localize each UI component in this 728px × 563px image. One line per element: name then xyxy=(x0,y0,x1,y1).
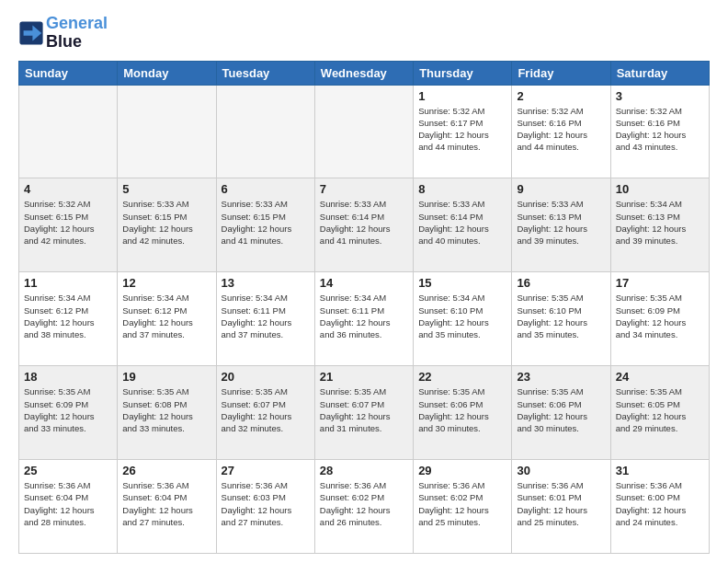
day-info: Sunrise: 5:35 AM Sunset: 6:06 PM Dayligh… xyxy=(418,385,506,434)
calendar-cell: 29Sunrise: 5:36 AM Sunset: 6:02 PM Dayli… xyxy=(414,460,512,554)
logo: General Blue xyxy=(18,15,108,52)
day-header-tuesday: Tuesday xyxy=(216,61,314,85)
calendar-week-row: 4Sunrise: 5:32 AM Sunset: 6:15 PM Daylig… xyxy=(19,178,710,272)
day-number: 2 xyxy=(517,89,605,103)
calendar-cell: 8Sunrise: 5:33 AM Sunset: 6:14 PM Daylig… xyxy=(414,178,512,272)
day-info: Sunrise: 5:33 AM Sunset: 6:15 PM Dayligh… xyxy=(222,198,310,247)
day-header-wednesday: Wednesday xyxy=(314,61,413,85)
day-number: 29 xyxy=(418,464,506,477)
calendar-cell: 18Sunrise: 5:35 AM Sunset: 6:09 PM Dayli… xyxy=(19,366,118,460)
calendar-cell: 3Sunrise: 5:32 AM Sunset: 6:16 PM Daylig… xyxy=(610,85,709,178)
day-info: Sunrise: 5:34 AM Sunset: 6:11 PM Dayligh… xyxy=(320,292,408,340)
calendar-week-row: 25Sunrise: 5:36 AM Sunset: 6:04 PM Dayli… xyxy=(19,460,710,554)
day-number: 1 xyxy=(418,89,506,103)
day-number: 27 xyxy=(222,464,310,477)
logo-text: General Blue xyxy=(46,15,108,52)
calendar-cell: 20Sunrise: 5:35 AM Sunset: 6:07 PM Dayli… xyxy=(216,366,314,460)
calendar-week-row: 11Sunrise: 5:34 AM Sunset: 6:12 PM Dayli… xyxy=(19,272,710,366)
day-header-monday: Monday xyxy=(118,61,216,85)
day-number: 13 xyxy=(222,276,310,290)
day-info: Sunrise: 5:32 AM Sunset: 6:16 PM Dayligh… xyxy=(616,105,704,154)
day-number: 5 xyxy=(122,182,210,196)
day-number: 12 xyxy=(122,276,210,290)
day-number: 25 xyxy=(24,464,112,477)
calendar-cell: 24Sunrise: 5:35 AM Sunset: 6:05 PM Dayli… xyxy=(610,366,709,460)
day-info: Sunrise: 5:35 AM Sunset: 6:08 PM Dayligh… xyxy=(122,385,210,434)
day-info: Sunrise: 5:36 AM Sunset: 6:03 PM Dayligh… xyxy=(222,479,310,528)
calendar-cell: 22Sunrise: 5:35 AM Sunset: 6:06 PM Dayli… xyxy=(414,366,512,460)
day-info: Sunrise: 5:34 AM Sunset: 6:10 PM Dayligh… xyxy=(418,292,506,340)
day-info: Sunrise: 5:35 AM Sunset: 6:05 PM Dayligh… xyxy=(616,385,704,434)
day-info: Sunrise: 5:36 AM Sunset: 6:01 PM Dayligh… xyxy=(517,479,605,528)
day-number: 11 xyxy=(24,276,112,290)
calendar-cell: 15Sunrise: 5:34 AM Sunset: 6:10 PM Dayli… xyxy=(414,272,512,366)
calendar-cell: 6Sunrise: 5:33 AM Sunset: 6:15 PM Daylig… xyxy=(216,178,314,272)
calendar-cell: 30Sunrise: 5:36 AM Sunset: 6:01 PM Dayli… xyxy=(512,460,610,554)
day-info: Sunrise: 5:34 AM Sunset: 6:13 PM Dayligh… xyxy=(616,198,704,247)
day-number: 22 xyxy=(418,370,506,384)
day-number: 23 xyxy=(517,370,605,384)
calendar-cell: 14Sunrise: 5:34 AM Sunset: 6:11 PM Dayli… xyxy=(314,272,413,366)
day-info: Sunrise: 5:36 AM Sunset: 6:00 PM Dayligh… xyxy=(616,479,704,528)
day-number: 3 xyxy=(616,89,704,103)
day-number: 8 xyxy=(418,182,506,196)
calendar-cell: 19Sunrise: 5:35 AM Sunset: 6:08 PM Dayli… xyxy=(118,366,216,460)
calendar-cell xyxy=(19,85,118,178)
day-number: 31 xyxy=(616,464,704,477)
day-number: 21 xyxy=(320,370,408,384)
day-info: Sunrise: 5:33 AM Sunset: 6:14 PM Dayligh… xyxy=(418,198,506,247)
calendar-cell: 7Sunrise: 5:33 AM Sunset: 6:14 PM Daylig… xyxy=(314,178,413,272)
day-number: 14 xyxy=(320,276,408,290)
calendar-cell: 23Sunrise: 5:35 AM Sunset: 6:06 PM Dayli… xyxy=(512,366,610,460)
calendar-cell: 5Sunrise: 5:33 AM Sunset: 6:15 PM Daylig… xyxy=(118,178,216,272)
day-info: Sunrise: 5:33 AM Sunset: 6:14 PM Dayligh… xyxy=(320,198,408,247)
day-info: Sunrise: 5:36 AM Sunset: 6:04 PM Dayligh… xyxy=(122,479,210,528)
day-info: Sunrise: 5:32 AM Sunset: 6:17 PM Dayligh… xyxy=(418,105,506,154)
calendar-cell: 11Sunrise: 5:34 AM Sunset: 6:12 PM Dayli… xyxy=(19,272,118,366)
calendar-cell: 28Sunrise: 5:36 AM Sunset: 6:02 PM Dayli… xyxy=(314,460,413,554)
calendar-cell xyxy=(118,85,216,178)
day-number: 4 xyxy=(24,182,112,196)
calendar-cell: 1Sunrise: 5:32 AM Sunset: 6:17 PM Daylig… xyxy=(414,85,512,178)
day-number: 28 xyxy=(320,464,408,477)
calendar-cell: 9Sunrise: 5:33 AM Sunset: 6:13 PM Daylig… xyxy=(512,178,610,272)
calendar-cell: 17Sunrise: 5:35 AM Sunset: 6:09 PM Dayli… xyxy=(610,272,709,366)
calendar-cell: 27Sunrise: 5:36 AM Sunset: 6:03 PM Dayli… xyxy=(216,460,314,554)
day-info: Sunrise: 5:35 AM Sunset: 6:10 PM Dayligh… xyxy=(517,292,605,340)
day-info: Sunrise: 5:34 AM Sunset: 6:12 PM Dayligh… xyxy=(122,292,210,340)
day-info: Sunrise: 5:34 AM Sunset: 6:12 PM Dayligh… xyxy=(24,292,112,340)
calendar-cell: 16Sunrise: 5:35 AM Sunset: 6:10 PM Dayli… xyxy=(512,272,610,366)
calendar-cell: 13Sunrise: 5:34 AM Sunset: 6:11 PM Dayli… xyxy=(216,272,314,366)
day-header-sunday: Sunday xyxy=(19,61,118,85)
day-header-saturday: Saturday xyxy=(610,61,709,85)
day-header-thursday: Thursday xyxy=(414,61,512,85)
calendar-week-row: 18Sunrise: 5:35 AM Sunset: 6:09 PM Dayli… xyxy=(19,366,710,460)
page: General Blue SundayMondayTuesdayWednesda… xyxy=(0,0,728,563)
day-number: 20 xyxy=(222,370,310,384)
day-number: 19 xyxy=(122,370,210,384)
calendar-cell xyxy=(314,85,413,178)
day-number: 24 xyxy=(616,370,704,384)
day-number: 30 xyxy=(517,464,605,477)
calendar-cell: 2Sunrise: 5:32 AM Sunset: 6:16 PM Daylig… xyxy=(512,85,610,178)
day-info: Sunrise: 5:33 AM Sunset: 6:15 PM Dayligh… xyxy=(122,198,210,247)
day-info: Sunrise: 5:35 AM Sunset: 6:07 PM Dayligh… xyxy=(222,385,310,434)
day-number: 15 xyxy=(418,276,506,290)
day-info: Sunrise: 5:36 AM Sunset: 6:02 PM Dayligh… xyxy=(320,479,408,528)
day-info: Sunrise: 5:32 AM Sunset: 6:16 PM Dayligh… xyxy=(517,105,605,154)
logo-icon xyxy=(18,20,44,46)
day-info: Sunrise: 5:35 AM Sunset: 6:09 PM Dayligh… xyxy=(616,292,704,340)
calendar-cell: 4Sunrise: 5:32 AM Sunset: 6:15 PM Daylig… xyxy=(19,178,118,272)
day-info: Sunrise: 5:36 AM Sunset: 6:02 PM Dayligh… xyxy=(418,479,506,528)
calendar-cell xyxy=(216,85,314,178)
day-number: 10 xyxy=(616,182,704,196)
day-info: Sunrise: 5:36 AM Sunset: 6:04 PM Dayligh… xyxy=(24,479,112,528)
day-info: Sunrise: 5:32 AM Sunset: 6:15 PM Dayligh… xyxy=(24,198,112,247)
day-number: 16 xyxy=(517,276,605,290)
calendar-week-row: 1Sunrise: 5:32 AM Sunset: 6:17 PM Daylig… xyxy=(19,85,710,178)
calendar-table: SundayMondayTuesdayWednesdayThursdayFrid… xyxy=(18,61,710,554)
day-info: Sunrise: 5:35 AM Sunset: 6:09 PM Dayligh… xyxy=(24,385,112,434)
calendar-header-row: SundayMondayTuesdayWednesdayThursdayFrid… xyxy=(19,61,710,85)
day-number: 9 xyxy=(517,182,605,196)
calendar-cell: 26Sunrise: 5:36 AM Sunset: 6:04 PM Dayli… xyxy=(118,460,216,554)
